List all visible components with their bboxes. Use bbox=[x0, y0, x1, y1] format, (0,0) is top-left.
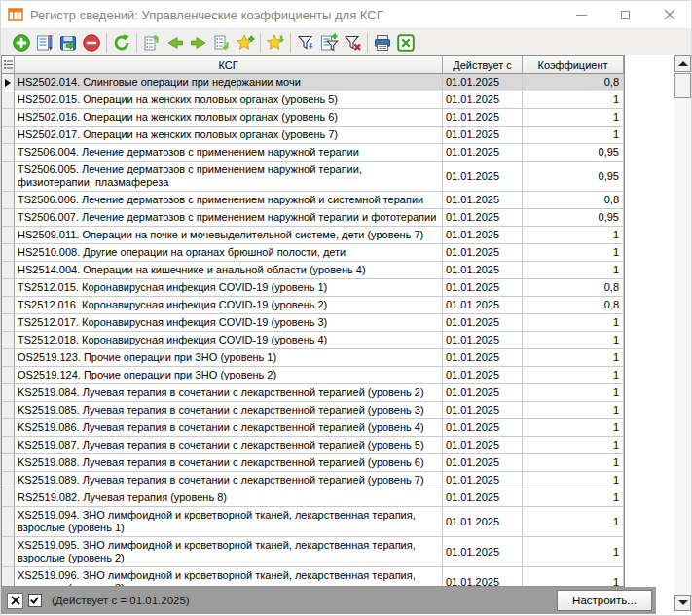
date-cell: 01.01.2025 bbox=[443, 437, 523, 454]
scroll-up-button[interactable] bbox=[674, 55, 691, 72]
print-button[interactable] bbox=[371, 31, 394, 54]
table-row[interactable]: KS2519.086. Лучевая терапия в сочетании … bbox=[2, 419, 624, 437]
table-row[interactable]: KS2519.089. Лучевая терапия в сочетании … bbox=[2, 472, 624, 489]
table-row[interactable]: RS2519.082. Лучевая терапия (уровень 8) … bbox=[2, 489, 624, 507]
refresh-button[interactable] bbox=[110, 31, 133, 54]
table-row[interactable]: XS2519.096. ЗНО лимфоидной и кроветворно… bbox=[2, 567, 624, 587]
configure-button[interactable]: Настроить... bbox=[557, 590, 652, 611]
coeff-cell: 1 bbox=[523, 454, 624, 472]
table-row[interactable]: HS2502.017. Операции на женских половых … bbox=[2, 127, 624, 144]
table-row[interactable]: TS2506.007. Лечение дерматозов с примене… bbox=[2, 209, 624, 227]
table-row[interactable]: XS2519.095. ЗНО лимфоидной и кроветворно… bbox=[2, 537, 624, 567]
table-row[interactable]: HS2514.004. Операции на кишечнике и анал… bbox=[2, 262, 624, 279]
table-row[interactable]: TS2506.005. Лечение дерматозов с примене… bbox=[2, 162, 624, 192]
column-header-coeff[interactable]: Коэффициент bbox=[523, 56, 624, 74]
column-header-ksg[interactable]: КСГ bbox=[15, 56, 443, 74]
ksg-cell: TS2506.006. Лечение дерматозов с примене… bbox=[15, 192, 443, 209]
edit-button[interactable] bbox=[33, 31, 56, 54]
row-selector-cell bbox=[2, 91, 15, 109]
previous-record-button[interactable] bbox=[164, 31, 187, 54]
row-selector-cell bbox=[2, 454, 15, 472]
row-selector-cell bbox=[2, 162, 15, 192]
coeff-cell: 0,8 bbox=[523, 297, 624, 314]
row-selector-cell bbox=[2, 419, 15, 437]
scrollbar-thumb[interactable] bbox=[674, 73, 691, 98]
table-row[interactable]: HS2502.014. Слинговые операции при недер… bbox=[2, 74, 624, 91]
coeff-cell: 0,8 bbox=[523, 279, 624, 297]
toolbar bbox=[1, 28, 691, 55]
row-selector-cell bbox=[2, 209, 15, 227]
coeff-cell: 1 bbox=[523, 127, 624, 144]
row-selector-cell bbox=[2, 127, 15, 144]
last-record-button[interactable] bbox=[210, 31, 234, 54]
table-row[interactable]: OS2519.123. Прочие операции при ЗНО (уро… bbox=[2, 349, 624, 367]
date-cell: 01.01.2025 bbox=[443, 314, 523, 332]
table-row[interactable]: KS2519.084. Лучевая терапия в сочетании … bbox=[2, 384, 624, 402]
date-cell: 01.01.2025 bbox=[443, 127, 523, 144]
date-cell: 01.01.2025 bbox=[443, 144, 523, 162]
first-record-button[interactable] bbox=[140, 31, 164, 54]
ksg-cell: KS2519.087. Лучевая терапия в сочетании … bbox=[15, 437, 443, 454]
row-selector-cell bbox=[2, 314, 15, 332]
toolbar-separator bbox=[136, 33, 137, 53]
date-cell: 01.01.2025 bbox=[443, 192, 523, 209]
toolbar-separator bbox=[260, 33, 261, 53]
scroll-down-button[interactable] bbox=[674, 595, 691, 611]
arrow-up-icon bbox=[678, 61, 688, 66]
filter-by-selection-button[interactable] bbox=[317, 31, 341, 54]
filter-button[interactable] bbox=[294, 31, 317, 54]
table-row[interactable]: KS2519.087. Лучевая терапия в сочетании … bbox=[2, 437, 624, 454]
filter-checkbox[interactable] bbox=[28, 594, 42, 607]
filter-close-button[interactable] bbox=[7, 593, 23, 609]
vertical-scrollbar[interactable] bbox=[674, 55, 691, 611]
minimize-button[interactable] bbox=[560, 1, 603, 28]
maximize-button[interactable] bbox=[603, 1, 647, 28]
add-button[interactable] bbox=[10, 31, 33, 54]
copy-save-button[interactable] bbox=[56, 31, 80, 54]
row-selector-cell bbox=[2, 349, 15, 367]
row-selector-cell bbox=[2, 227, 15, 244]
table-row[interactable]: HS2502.016. Операции на женских половых … bbox=[2, 109, 624, 127]
coeff-cell: 1 bbox=[523, 314, 624, 332]
table-row[interactable]: HS2509.011. Операции на почке и мочевыде… bbox=[2, 227, 624, 244]
go-favorite-button[interactable] bbox=[264, 31, 287, 54]
row-selector-cell bbox=[2, 74, 15, 91]
filter-bar: (Действует с = 01.01.2025) Настроить... bbox=[1, 587, 656, 614]
table-row[interactable]: KS2519.088. Лучевая терапия в сочетании … bbox=[2, 454, 624, 472]
date-cell: 01.01.2025 bbox=[443, 567, 523, 587]
clear-filter-button[interactable] bbox=[341, 31, 364, 54]
table-row[interactable]: TS2512.017. Коронавирусная инфекция COVI… bbox=[2, 314, 624, 332]
table-row[interactable]: KS2519.085. Лучевая терапия в сочетании … bbox=[2, 402, 624, 419]
table-row[interactable]: TS2512.016. Коронавирусная инфекция COVI… bbox=[2, 297, 624, 314]
close-button[interactable] bbox=[647, 1, 691, 28]
table-row[interactable]: TS2512.018. Коронавирусная инфекция COVI… bbox=[2, 332, 624, 349]
grid-corner-button[interactable] bbox=[2, 56, 15, 74]
delete-button[interactable] bbox=[80, 31, 103, 54]
table-row[interactable]: TS2506.004. Лечение дерматозов с примене… bbox=[2, 144, 624, 162]
maximize-icon bbox=[621, 11, 630, 19]
ksg-cell: KS2519.085. Лучевая терапия в сочетании … bbox=[15, 402, 443, 419]
filter-add-icon bbox=[319, 33, 339, 53]
ksg-cell: TS2506.007. Лечение дерматозов с примене… bbox=[15, 209, 443, 227]
table-row[interactable]: TS2506.006. Лечение дерматозов с примене… bbox=[2, 192, 624, 209]
add-favorite-button[interactable] bbox=[234, 31, 257, 54]
table-row[interactable]: XS2519.094. ЗНО лимфоидной и кроветворно… bbox=[2, 507, 624, 537]
export-excel-button[interactable] bbox=[394, 31, 418, 54]
row-selector-cell bbox=[2, 332, 15, 349]
current-row-marker bbox=[5, 79, 11, 87]
table-row[interactable]: OS2519.124. Прочие операции при ЗНО (уро… bbox=[2, 367, 624, 384]
row-selector-cell bbox=[2, 437, 15, 454]
coeff-cell: 1 bbox=[523, 262, 624, 279]
table-row[interactable]: HS2502.015. Операции на женских половых … bbox=[2, 91, 624, 109]
date-cell: 01.01.2025 bbox=[443, 109, 523, 127]
table-row[interactable]: HS2510.008. Другие операции на органах б… bbox=[2, 244, 624, 262]
next-record-button[interactable] bbox=[187, 31, 210, 54]
grid-header-row: КСГ Действует с Коэффициент bbox=[2, 56, 624, 74]
list-first-icon bbox=[142, 33, 162, 53]
table-row[interactable]: TS2512.015. Коронавирусная инфекция COVI… bbox=[2, 279, 624, 297]
delete-icon bbox=[82, 33, 101, 53]
ksg-cell: TS2512.015. Коронавирусная инфекция COVI… bbox=[15, 279, 443, 297]
column-header-date[interactable]: Действует с bbox=[443, 56, 523, 74]
register-table-icon bbox=[8, 7, 23, 22]
date-cell: 01.01.2025 bbox=[443, 367, 523, 384]
